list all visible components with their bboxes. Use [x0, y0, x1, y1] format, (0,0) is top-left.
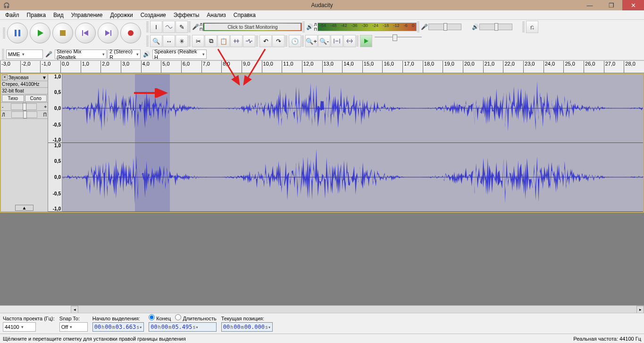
playback-device-combo[interactable]: Speakers (Realtek H	[152, 50, 207, 59]
stop-button[interactable]	[52, 23, 73, 43]
recording-device-combo[interactable]: Stereo Mix (Realtek	[55, 50, 107, 59]
grip[interactable]	[146, 36, 149, 46]
silence-button[interactable]	[243, 35, 255, 47]
scroll-right-button[interactable]: ▸	[636, 306, 644, 313]
grip[interactable]	[522, 22, 525, 32]
pan-slider[interactable]	[11, 111, 37, 118]
track-close-button[interactable]: ×	[2, 75, 8, 80]
envelope-tool[interactable]	[163, 21, 175, 33]
gain-slider[interactable]	[11, 103, 37, 110]
sync-lock-button[interactable]: 🕓	[289, 35, 301, 47]
audio-position-time[interactable]: 00h 00m 00.000s▾	[221, 322, 273, 332]
multi-tool[interactable]: ✳	[176, 35, 188, 47]
transcription-toolbar-button[interactable]: ⎌	[526, 21, 538, 33]
grip[interactable]	[301, 36, 304, 46]
meter-lr-label: ЛП	[200, 22, 202, 32]
svg-marker-6	[105, 30, 110, 36]
grip[interactable]	[3, 28, 5, 38]
svg-marker-5	[84, 30, 88, 36]
svg-rect-3	[60, 30, 66, 36]
trim-button[interactable]	[230, 35, 243, 47]
undo-button[interactable]: ↶	[259, 35, 272, 47]
grip[interactable]	[188, 36, 191, 46]
selection-end-time[interactable]: 00h 00m 05.495s▾	[149, 322, 217, 332]
horizontal-scrollbar[interactable]: ◂ ▸	[0, 305, 644, 313]
track-format: 32-bit float	[1, 88, 48, 94]
maximize-button[interactable]: ❐	[601, 0, 622, 10]
selection-toolbar: Частота проекта (Гц): 44100 Snap To: Off…	[0, 313, 644, 334]
recording-meter[interactable]: -54-12-60 Click to Start Monitoring	[203, 23, 302, 31]
collapse-button[interactable]: ▲	[15, 205, 34, 211]
menu-edit[interactable]: Правка	[24, 11, 50, 19]
fit-selection-button[interactable]	[331, 35, 343, 47]
record-button[interactable]	[120, 23, 141, 43]
timeshift-tool[interactable]: ↔	[163, 35, 175, 47]
svg-rect-4	[82, 30, 83, 36]
mute-button[interactable]: Тихо	[2, 95, 24, 102]
chevron-down-icon[interactable]: ▼	[42, 75, 47, 80]
playback-volume-slider[interactable]	[479, 24, 512, 30]
waveform-channel-right[interactable]	[62, 143, 643, 212]
menu-effects[interactable]: Эффекты	[170, 11, 203, 19]
timeline-ruler[interactable]: -3,0-2,0-1,00,01,02,03,04,05,06,07,08,09…	[0, 61, 644, 73]
copy-button[interactable]: ⧉	[205, 35, 217, 47]
menu-analyze[interactable]: Анализ	[203, 11, 229, 19]
menu-file[interactable]: Файл	[2, 11, 23, 19]
audio-host-combo[interactable]: MME	[6, 50, 43, 59]
zoom-out-button[interactable]: 🔍-	[318, 35, 330, 47]
zoom-in-button[interactable]: 🔍+	[305, 35, 318, 47]
menu-tracks[interactable]: Дорожки	[107, 11, 136, 19]
snap-to-combo[interactable]: Off	[59, 322, 88, 332]
mic-icon	[421, 24, 428, 30]
scroll-left-button[interactable]: ◂	[71, 306, 78, 313]
menu-transport[interactable]: Управление	[68, 11, 106, 19]
waveform-area[interactable]	[62, 74, 643, 212]
paste-button[interactable]: 📋	[217, 35, 230, 47]
draw-tool[interactable]: ✎	[176, 21, 188, 33]
selection-tool[interactable]: I	[150, 21, 162, 33]
minimize-button[interactable]: —	[579, 0, 601, 10]
menu-view[interactable]: Вид	[50, 11, 67, 19]
speaker-icon	[143, 51, 150, 58]
grip[interactable]	[285, 36, 287, 46]
gain-minus-label: -	[2, 104, 3, 109]
playback-speed-slider[interactable]	[375, 37, 422, 45]
menu-help[interactable]: Справка	[230, 11, 259, 19]
project-rate-combo[interactable]: 44100	[3, 322, 36, 332]
grip[interactable]	[302, 22, 305, 32]
speaker-icon	[306, 24, 313, 30]
play-at-speed-button[interactable]	[360, 35, 372, 47]
grip[interactable]	[356, 36, 359, 46]
solo-button[interactable]: Соло	[25, 95, 47, 102]
close-button[interactable]: ✕	[622, 0, 644, 10]
fit-project-button[interactable]	[343, 35, 356, 47]
zoom-tool[interactable]: 🔍	[150, 35, 162, 47]
skip-end-button[interactable]	[98, 23, 118, 43]
grip[interactable]	[188, 22, 191, 32]
audio-position-label: Текущая позиция:	[221, 316, 273, 321]
track-area: × Звуковая ▼ Стерео, 44100Hz 32-bit floa…	[0, 73, 644, 213]
pause-button[interactable]	[7, 23, 28, 43]
grip[interactable]	[417, 22, 419, 32]
grip[interactable]	[256, 36, 258, 46]
length-radio[interactable]: Длительность	[175, 316, 216, 321]
recording-volume-slider[interactable]	[428, 24, 461, 30]
skip-start-button[interactable]	[75, 23, 96, 43]
track-menu-button[interactable]: Звуковая	[8, 75, 41, 80]
menu-generate[interactable]: Создание	[137, 11, 169, 19]
empty-track-area[interactable]	[0, 213, 644, 305]
cut-button[interactable]: ✂	[192, 35, 204, 47]
play-button[interactable]	[30, 23, 50, 43]
end-radio[interactable]: Конец	[149, 316, 171, 321]
grip[interactable]	[2, 49, 4, 59]
svg-rect-7	[110, 30, 111, 36]
status-message: Щёлкните и перетащите отметку для устано…	[3, 336, 186, 342]
redo-button[interactable]: ↷	[272, 35, 284, 47]
playback-meter[interactable]: -54-48-42-36-30-24-18-12-60	[318, 23, 417, 31]
waveform-channel-left[interactable]	[62, 74, 643, 143]
selection-start-time[interactable]: 00h 00m 03.663s▾	[92, 322, 144, 332]
meter-overlay-text[interactable]: Click to Start Monitoring	[204, 24, 301, 30]
grip[interactable]	[146, 22, 149, 32]
recording-channels-combo[interactable]: 2 (Stereo) R	[108, 50, 141, 59]
status-rate: Реальная частота: 44100 Гц	[573, 336, 641, 342]
